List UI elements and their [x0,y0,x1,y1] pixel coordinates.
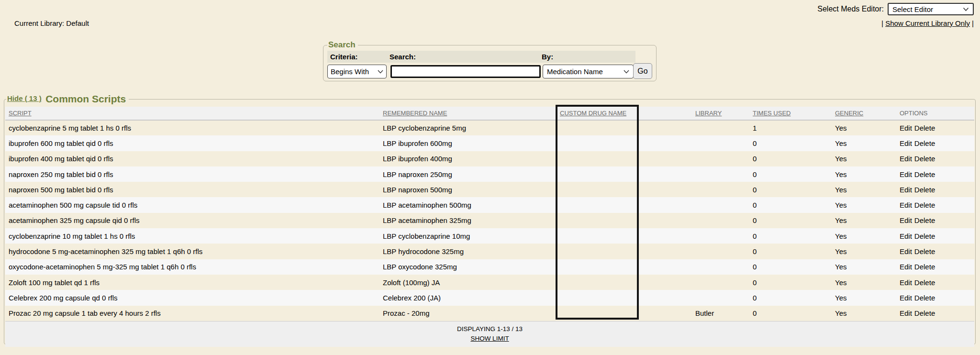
table-row: cyclobenzaprine 10 mg tablet 1 hs 0 rfls… [5,228,974,244]
cell-library [692,182,749,197]
cell-generic: Yes [832,213,896,228]
cell-library [692,244,749,259]
edit-link[interactable]: Edit [900,186,912,194]
cell-options: EditDelete [896,275,974,290]
cell-options: EditDelete [896,166,974,182]
cell-remembered-name: Celebrex 200 (JA) [379,290,557,305]
cell-script: Celebrex 200 mg capsule qd 0 rfls [5,290,379,305]
cell-remembered-name: LBP cyclobenzaprine 5mg [379,120,557,135]
edit-link[interactable]: Edit [900,232,912,240]
cell-library [692,228,749,244]
edit-link[interactable]: Edit [900,170,912,178]
cell-options: EditDelete [896,228,974,244]
show-limit-link[interactable]: SHOW LIMIT [470,335,509,342]
table-footer: DISPLAYING 1-13 / 13 SHOW LIMIT [5,321,974,347]
cell-custom-drug-name [557,120,692,135]
cell-custom-drug-name [557,244,692,259]
cell-library [692,197,749,212]
table-row: ibuprofen 400 mg tablet qid 0 rfls LBP i… [5,151,974,166]
col-header-custom-drug-name[interactable]: CUSTOM DRUG NAME [560,110,626,117]
search-input[interactable] [390,65,541,78]
criteria-select[interactable]: Begins With [327,65,387,78]
select-meds-editor-label: Select Meds Editor: [817,5,884,13]
table-row: cyclobenzaprine 5 mg tablet 1 hs 0 rfls … [5,120,974,135]
delete-link[interactable]: Delete [914,278,935,287]
delete-link[interactable]: Delete [914,124,935,132]
edit-link[interactable]: Edit [900,278,912,287]
col-header-generic[interactable]: GENERIC [835,110,863,117]
cell-custom-drug-name [557,151,692,166]
table-row: Celebrex 200 mg capsule qd 0 rfls Celebr… [5,290,974,305]
common-scripts-panel: Hide ( 13 ) Common Scripts SCRIPT REMEMB… [4,93,976,344]
search-legend: Search [327,40,358,50]
edit-link[interactable]: Edit [900,263,912,271]
delete-link[interactable]: Delete [914,155,935,163]
cell-script: hydrocodone 5 mg-acetaminophen 325 mg ta… [5,244,379,259]
cell-remembered-name: LBP hydrocodone 325mg [379,244,557,259]
delete-link[interactable]: Delete [914,170,935,178]
delete-link[interactable]: Delete [914,139,935,147]
delete-link[interactable]: Delete [914,309,935,317]
table-row: ibuprofen 600 mg tablet qid 0 rfls LBP i… [5,135,974,151]
edit-link[interactable]: Edit [900,201,912,209]
cell-times-used: 0 [749,197,832,212]
cell-times-used: 1 [749,120,832,135]
meds-editor-select[interactable]: Select Editor [888,3,974,15]
delete-link[interactable]: Delete [914,232,935,240]
delete-link[interactable]: Delete [914,263,935,271]
table-row: oxycodone-acetaminophen 5 mg-325 mg tabl… [5,259,974,275]
cell-options: EditDelete [896,244,974,259]
edit-link[interactable]: Edit [900,139,912,147]
cell-remembered-name: LBP acetaminophen 500mg [379,197,557,212]
cell-script: oxycodone-acetaminophen 5 mg-325 mg tabl… [5,259,379,275]
cell-custom-drug-name [557,213,692,228]
col-header-script[interactable]: SCRIPT [9,110,32,117]
scripts-table-body: cyclobenzaprine 5 mg tablet 1 hs 0 rfls … [5,120,974,321]
col-header-times-used[interactable]: TIMES USED [753,110,791,117]
edit-link[interactable]: Edit [900,309,912,317]
cell-remembered-name: Zoloft (100mg) JA [379,275,557,290]
show-current-library-only-link[interactable]: Show Current Library Only [885,19,970,27]
delete-link[interactable]: Delete [914,201,935,209]
cell-generic: Yes [832,290,896,305]
edit-link[interactable]: Edit [900,216,912,224]
pipe-separator: | [972,19,974,27]
by-select[interactable]: Medication Name [543,65,634,78]
cell-script: acetaminophen 500 mg capsule tid 0 rfls [5,197,379,212]
cell-generic: Yes [832,197,896,212]
cell-remembered-name: LBP acetaminophen 325mg [379,213,557,228]
cell-custom-drug-name [557,182,692,197]
cell-remembered-name: LBP naproxen 500mg [379,182,557,197]
edit-link[interactable]: Edit [900,124,912,132]
cell-options: EditDelete [896,197,974,212]
common-scripts-title: Common Scripts [45,93,126,104]
cell-remembered-name: LBP cyclobenzaprine 10mg [379,228,557,244]
cell-generic: Yes [832,275,896,290]
edit-link[interactable]: Edit [900,247,912,255]
cell-generic: Yes [832,228,896,244]
go-button[interactable]: Go [633,63,652,79]
cell-custom-drug-name [557,290,692,305]
delete-link[interactable]: Delete [914,294,935,302]
cell-script: Prozac 20 mg capsule 1 tab every 4 hours… [5,306,379,321]
meds-editor-selected-value: Select Editor [892,5,933,13]
cell-options: EditDelete [896,135,974,151]
delete-link[interactable]: Delete [914,216,935,224]
edit-link[interactable]: Edit [900,155,912,163]
delete-link[interactable]: Delete [914,186,935,194]
col-header-library[interactable]: LIBRARY [695,110,722,117]
delete-link[interactable]: Delete [914,247,935,255]
cell-library: Butler [692,306,749,321]
col-header-options: OPTIONS [900,110,928,117]
cell-library [692,166,749,182]
table-row: hydrocodone 5 mg-acetaminophen 325 mg ta… [5,244,974,259]
cell-times-used: 0 [749,259,832,275]
top-right-controls: Select Meds Editor: Select Editor | Show… [817,3,974,27]
cell-remembered-name: Prozac - 20mg [379,306,557,321]
cell-script: ibuprofen 400 mg tablet qid 0 rfls [5,151,379,166]
cell-generic: Yes [832,135,896,151]
hide-link[interactable]: Hide ( 13 ) [7,94,42,102]
col-header-remembered-name[interactable]: REMEMBERED NAME [383,110,447,117]
edit-link[interactable]: Edit [900,294,912,302]
cell-times-used: 0 [749,166,832,182]
